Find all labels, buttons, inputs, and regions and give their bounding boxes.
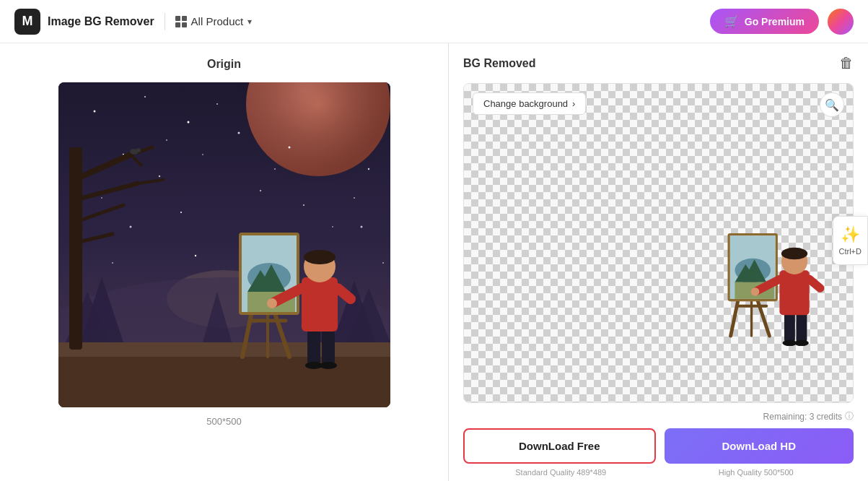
user-avatar[interactable] xyxy=(828,9,854,35)
right-panel: BG Removed 🗑 Change background › 🔍 xyxy=(449,43,868,481)
right-header: BG Removed 🗑 xyxy=(449,43,868,83)
svg-point-7 xyxy=(216,103,218,105)
info-icon: ⓘ xyxy=(845,410,854,422)
header-right: 🛒 Go Premium xyxy=(710,9,854,35)
logo-icon: M xyxy=(14,9,40,35)
svg-rect-64 xyxy=(302,277,338,332)
removed-bg-svg xyxy=(579,84,853,402)
logo-area: M Image BG Remover xyxy=(14,9,154,35)
svg-point-67 xyxy=(267,298,277,308)
bg-removed-title: BG Removed xyxy=(463,57,535,70)
svg-line-87 xyxy=(810,280,820,288)
shortcut-label: Ctrl+D xyxy=(839,247,862,256)
svg-point-24 xyxy=(112,262,113,264)
quality-labels: Standard Quality 489*489 High Quality 50… xyxy=(463,468,854,477)
main-content: Origin xyxy=(0,43,868,481)
svg-rect-82 xyxy=(797,312,807,342)
grid-icon xyxy=(175,16,187,27)
bg-removed-area: Change background › 🔍 xyxy=(463,83,854,403)
svg-rect-81 xyxy=(784,312,795,342)
svg-point-90 xyxy=(781,248,807,260)
svg-point-88 xyxy=(751,287,760,296)
download-free-button[interactable]: DownLoad Free xyxy=(463,428,656,464)
svg-rect-85 xyxy=(779,270,809,315)
svg-point-6 xyxy=(187,121,189,124)
svg-point-15 xyxy=(288,147,290,149)
svg-point-4 xyxy=(93,110,95,113)
svg-point-28 xyxy=(382,262,384,264)
svg-point-63 xyxy=(320,362,337,369)
svg-point-48 xyxy=(136,148,141,152)
image-dimensions: 500*500 xyxy=(206,416,241,427)
svg-point-11 xyxy=(237,132,240,134)
svg-point-84 xyxy=(794,340,809,346)
origin-image xyxy=(58,82,390,407)
change-bg-label: Change background xyxy=(483,98,568,109)
delete-icon[interactable]: 🗑 xyxy=(839,55,854,72)
logo-letter: M xyxy=(22,14,33,29)
all-product-button[interactable]: All Product ▾ xyxy=(175,15,253,27)
svg-point-18 xyxy=(332,226,333,228)
go-premium-label: Go Premium xyxy=(745,16,805,27)
left-panel: Origin xyxy=(0,43,449,481)
standard-quality-label: Standard Quality 489*489 xyxy=(463,468,659,477)
svg-point-25 xyxy=(194,255,196,256)
header-divider xyxy=(165,13,165,30)
high-quality-label: High Quality 500*500 xyxy=(659,468,854,477)
remaining-credits: Remaining: 3 credits ⓘ xyxy=(763,410,854,422)
svg-point-8 xyxy=(166,139,167,141)
remaining-credits-text: Remaining: 3 credits xyxy=(763,412,842,422)
svg-point-10 xyxy=(202,154,203,155)
svg-point-16 xyxy=(354,197,355,199)
svg-rect-38 xyxy=(58,357,390,407)
change-background-button[interactable]: Change background › xyxy=(473,92,586,115)
cart-icon: 🛒 xyxy=(724,14,739,28)
svg-point-14 xyxy=(101,197,102,199)
chevron-down-icon: ▾ xyxy=(247,17,252,27)
checker-background: Change background › 🔍 xyxy=(464,84,853,402)
origin-title: Origin xyxy=(207,58,241,71)
star-icon: ✨ xyxy=(841,225,860,244)
svg-point-69 xyxy=(304,250,336,264)
app-name: Image BG Remover xyxy=(48,15,154,28)
svg-rect-60 xyxy=(307,328,320,364)
origin-scene-svg xyxy=(58,82,390,407)
svg-point-19 xyxy=(129,226,131,228)
header: M Image BG Remover All Product ▾ 🛒 Go Pr… xyxy=(0,0,868,43)
svg-point-21 xyxy=(259,190,260,191)
svg-point-22 xyxy=(303,204,304,206)
svg-point-12 xyxy=(274,168,276,170)
side-shortcut[interactable]: ✨ Ctrl+D xyxy=(833,216,868,265)
svg-point-23 xyxy=(360,226,362,228)
go-premium-button[interactable]: 🛒 Go Premium xyxy=(710,9,819,34)
chevron-right-icon: › xyxy=(572,98,575,109)
bottom-actions: Remaining: 3 credits ⓘ DownLoad Free Dow… xyxy=(449,403,868,481)
download-hd-button[interactable]: DownLoad HD xyxy=(665,428,854,464)
all-product-label: All Product xyxy=(191,15,244,27)
svg-point-5 xyxy=(144,96,146,98)
svg-point-17 xyxy=(367,168,369,170)
svg-rect-61 xyxy=(322,328,335,364)
download-buttons: DownLoad Free DownLoad HD xyxy=(463,428,854,464)
svg-point-13 xyxy=(158,176,159,177)
svg-point-20 xyxy=(180,212,182,213)
